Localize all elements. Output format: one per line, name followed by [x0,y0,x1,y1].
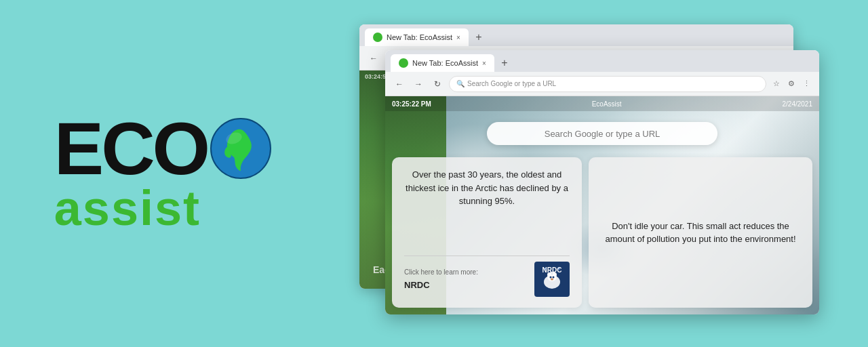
front-back-btn[interactable]: ← [392,77,407,91]
assist-text: assist [54,180,201,236]
globe-icon [210,118,271,179]
bookmark-icon-front[interactable]: ☆ [770,78,783,90]
source-name: NRDC [404,279,478,292]
front-tab-close[interactable]: × [482,60,486,67]
front-tab-label: New Tab: EcoAssist [412,59,478,67]
front-url-bar[interactable]: 🔍 Search Google or type a URL [449,76,766,92]
menu-icon-front[interactable]: ⋮ [800,78,812,90]
front-fwd-btn[interactable]: → [411,77,426,91]
front-refresh-btn[interactable]: ↻ [430,77,445,91]
fact-card[interactable]: Over the past 30 years, the oldest and t… [392,157,582,308]
front-url-text: Search Google or type a URL [467,80,556,87]
timestamp-right: 2/24/2021 [783,100,813,108]
eco-text: ECO [54,111,208,186]
search-icon-front: 🔍 [456,80,465,87]
search-bar-container[interactable]: Search Google or type a URL [487,122,717,145]
front-url-icons: ☆ ⚙ ⋮ [770,78,812,90]
source-label: Click here to learn more: [404,267,478,277]
svg-point-9 [553,272,557,277]
svg-point-12 [551,279,553,281]
cards-area: Over the past 30 years, the oldest and t… [385,150,819,314]
svg-point-8 [547,272,551,277]
front-tab-bar: New Tab: EcoAssist × + [385,50,819,72]
front-favicon [399,58,408,68]
search-bar[interactable]: Search Google or type a URL [487,122,717,145]
back-new-tab-btn[interactable]: + [470,28,488,46]
front-tab[interactable]: New Tab: EcoAssist × [391,54,494,72]
tip-card[interactable]: Don't idle your car. This small act redu… [589,157,812,308]
svg-point-11 [553,277,555,279]
front-new-tab-btn[interactable]: + [496,54,513,72]
card-source[interactable]: Click here to learn more: NRDC NRDC [404,256,570,297]
search-bar-text: Search Google or type a URL [496,129,708,139]
back-favicon [373,33,382,42]
back-btn[interactable]: ← [366,51,381,66]
browser-front: New Tab: EcoAssist × + ← → ↻ 🔍 Search Go… [385,50,819,314]
front-newtab-content: 03:25:22 PM EcoAssist 2/24/2021 Search G… [385,96,819,314]
logo-eco: ECO [54,111,271,186]
back-tab[interactable]: New Tab: EcoAssist × [365,28,469,46]
timestamp-bar: 03:25:22 PM EcoAssist 2/24/2021 [385,96,819,111]
back-tab-label: New Tab: EcoAssist [387,33,452,41]
logo-container: ECO assist [54,111,271,236]
timestamp-center: EcoAssist [592,100,622,108]
card-source-inner: Click here to learn more: NRDC [404,267,478,292]
back-tab-close[interactable]: × [456,34,460,41]
tip-text: Don't idle your car. This small act redu… [601,220,800,246]
front-address-bar: ← → ↻ 🔍 Search Google or type a URL ☆ ⚙ … [385,72,819,96]
fact-text: Over the past 30 years, the oldest and t… [404,168,570,208]
back-tab-bar: New Tab: EcoAssist × + [359,24,793,46]
left-section: ECO assist [0,0,326,347]
timestamp-left: 03:25:22 PM [392,100,431,108]
browser-stack: New Tab: EcoAssist × + ← → ↻ 🔍 Search Go… [359,24,821,323]
right-section: New Tab: EcoAssist × + ← → ↻ 🔍 Search Go… [326,0,868,347]
settings-icon-front[interactable]: ⚙ [785,78,797,90]
nrdc-logo-icon: NRDC ★ ★ [534,262,570,297]
svg-point-10 [550,277,552,279]
